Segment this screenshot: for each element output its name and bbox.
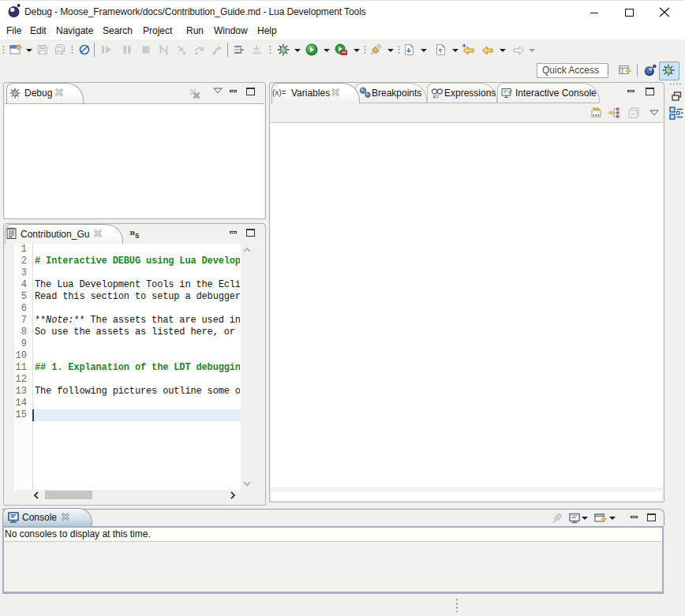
svg-text:x=: x=	[433, 94, 440, 99]
